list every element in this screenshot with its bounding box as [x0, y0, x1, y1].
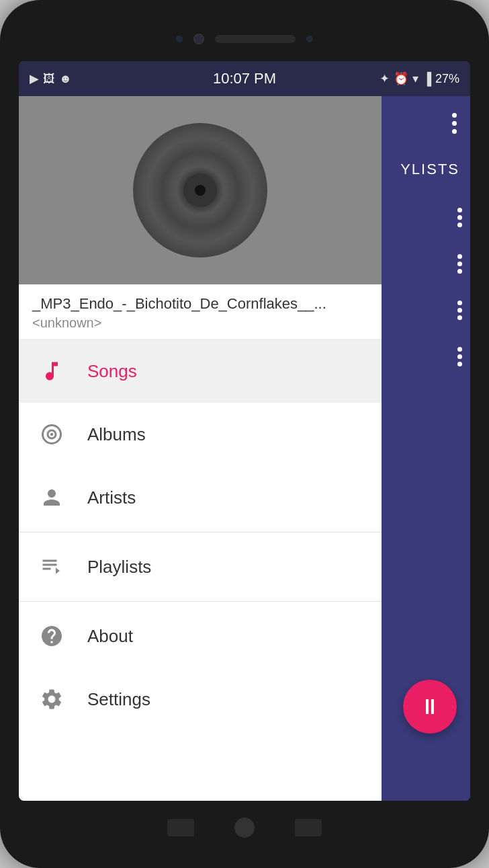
separator-1	[19, 532, 382, 532]
menu-item-playlists[interactable]: Playlists	[19, 535, 382, 598]
d4	[457, 254, 462, 259]
status-time: 10:07 PM	[213, 70, 276, 87]
status-left-icons: ▶ 🖼 ☻	[30, 71, 72, 86]
albums-label: Albums	[87, 424, 146, 445]
item-dots-3	[457, 301, 462, 320]
status-bar: ▶ 🖼 ☻ 10:07 PM ✦ ⏰ ▾ ▐ 27%	[19, 61, 470, 96]
d1	[457, 208, 462, 212]
menu-item-songs[interactable]: Songs	[19, 340, 382, 403]
separator-2	[19, 601, 382, 602]
vinyl-hole	[195, 185, 206, 196]
help-icon	[35, 619, 69, 653]
play-pause-fab[interactable]: ⏸	[403, 680, 457, 734]
notification-icon-1: ▶	[30, 71, 39, 86]
status-right-icons: ✦ ⏰ ▾ ▐ 27%	[380, 71, 459, 86]
wifi-icon: ▾	[412, 71, 418, 86]
vinyl-art	[133, 123, 267, 258]
d10	[457, 347, 462, 352]
d12	[457, 362, 462, 366]
song-title: _MP3_Endo_-_Bichotito_De_Cornflakes__...	[32, 295, 368, 313]
settings-label: Settings	[87, 689, 150, 710]
physical-menu-btn	[167, 819, 194, 836]
alarm-icon: ⏰	[394, 71, 408, 86]
about-label: About	[87, 626, 133, 647]
signal-icon: ▐	[423, 72, 431, 86]
d9	[457, 315, 462, 320]
menu-item-albums[interactable]: Albums	[19, 403, 382, 466]
physical-home-btn	[234, 818, 255, 838]
songs-label: Songs	[87, 361, 137, 382]
menu-item-settings[interactable]: Settings	[19, 668, 382, 731]
svg-point-2	[50, 433, 54, 436]
sensor2	[306, 36, 313, 42]
item-dots-2	[457, 254, 462, 274]
vinyl-center	[183, 173, 217, 207]
phone-bottom-bar	[19, 801, 470, 855]
bluetooth-icon: ✦	[380, 71, 390, 86]
person-icon	[35, 481, 69, 514]
gear-icon	[35, 682, 69, 716]
nav-drawer: _MP3_Endo_-_Bichotito_De_Cornflakes__...…	[19, 96, 382, 801]
app-background: YLISTS	[19, 96, 470, 801]
menu-item-about[interactable]: About	[19, 604, 382, 668]
menu-item-artists[interactable]: Artists	[19, 466, 382, 529]
dot2	[452, 121, 457, 126]
d6	[457, 269, 462, 274]
music-note-icon	[35, 354, 69, 388]
camera	[193, 34, 204, 44]
d2	[457, 215, 462, 220]
drawer-song-info: _MP3_Endo_-_Bichotito_De_Cornflakes__...…	[19, 284, 382, 340]
album-icon	[35, 418, 69, 451]
phone-device: ▶ 🖼 ☻ 10:07 PM ✦ ⏰ ▾ ▐ 27%	[0, 0, 489, 868]
playlist-icon	[35, 550, 69, 584]
playlists-label: Playlists	[87, 557, 151, 578]
more-options-button[interactable]	[452, 113, 457, 134]
artists-label: Artists	[87, 487, 136, 508]
d3	[457, 223, 462, 227]
item-dots-1	[457, 208, 462, 227]
physical-back-btn	[295, 819, 322, 836]
drawer-header	[19, 96, 382, 284]
phone-screen: ▶ 🖼 ☻ 10:07 PM ✦ ⏰ ▾ ▐ 27%	[19, 61, 470, 801]
dot1	[452, 113, 457, 118]
pause-icon: ⏸	[419, 695, 441, 719]
d11	[457, 354, 462, 359]
song-artist: <unknown>	[32, 315, 368, 331]
dot3	[452, 129, 457, 134]
d5	[457, 262, 462, 266]
phone-top-bar	[19, 20, 470, 57]
speaker	[215, 35, 296, 43]
notification-icon-2: 🖼	[43, 72, 55, 86]
d7	[457, 301, 462, 305]
sensor	[176, 36, 183, 42]
battery-level: 27%	[435, 72, 459, 86]
menu-list: Songs Albums	[19, 340, 382, 801]
item-dots-4	[457, 347, 462, 366]
android-icon: ☻	[59, 72, 72, 86]
d8	[457, 308, 462, 313]
